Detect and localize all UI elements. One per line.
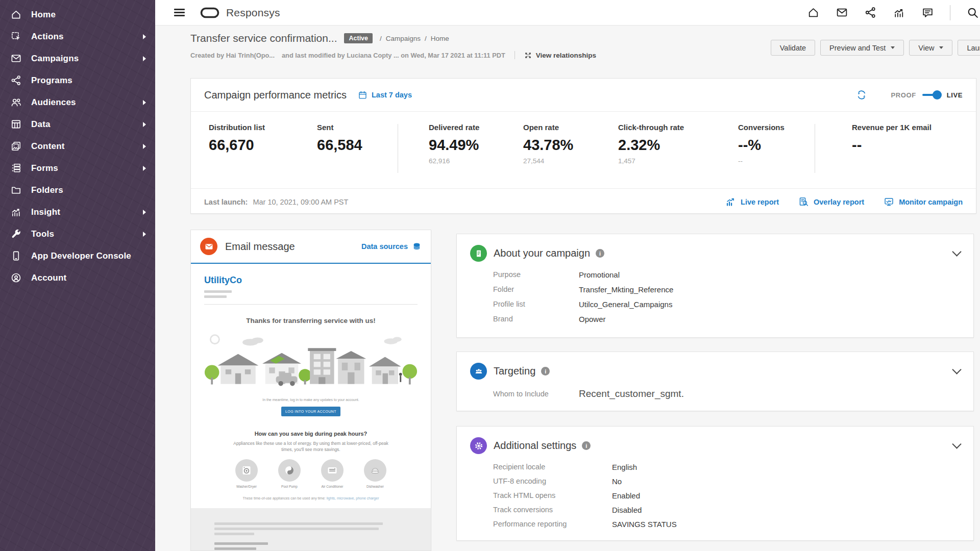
email-badge-icon [200,238,217,255]
report-link[interactable]: Monitor campaign [884,196,963,207]
hamburger-menu-icon[interactable] [174,7,185,18]
report-link-icon [798,196,809,207]
sidebar-item[interactable]: Content [0,135,155,157]
email-section-body: Appliances like these use a lot of energ… [229,441,393,453]
appliance-label: Dishwasher [360,485,390,489]
chevron-down-icon[interactable] [952,247,961,256]
chart-icon[interactable] [893,6,905,19]
field-label: Folder [493,285,579,294]
info-icon[interactable] [596,249,604,258]
sidebar-nav: Home Actions Campaigns Progra [0,0,155,289]
sidebar-item-label: Home [31,10,146,20]
chevron-right-icon [143,34,146,39]
oracle-logo [200,7,219,18]
calendar-icon[interactable] [358,90,368,100]
validate-button[interactable]: Validate [771,40,815,56]
search-icon[interactable] [966,6,979,19]
breadcrumb: / Campaigns / Home [380,35,449,42]
view-button[interactable]: View [909,40,952,56]
sidebar-item-label: Insight [31,207,143,217]
field-value: Utilco_General_Campaigns [579,300,960,309]
email-brand-logo: UtilityCo [204,275,418,286]
proof-live-toggle[interactable] [922,90,941,99]
nodes-icon[interactable] [864,6,877,19]
targeting-fields: Whom to Include Recent_customer_sgmt. [493,388,960,399]
divider [204,304,418,305]
metric: Revenue per 1K email -- [852,123,963,188]
refresh-icon[interactable] [856,89,867,101]
metric: Click-through rate 2.32% 1,457 [618,123,738,188]
chat-icon[interactable] [921,6,934,19]
mail-icon[interactable] [836,6,848,19]
page-head: Transfer service confirmation... Active … [190,32,596,59]
chevron-down-icon [939,46,943,49]
sidebar-item[interactable]: Data [0,113,155,135]
email-body-line: In the meantime, log in to make any upda… [204,398,418,402]
sidebar-item[interactable]: Forms [0,157,155,179]
metric-label: Open rate [523,123,618,132]
sidebar-item-label: Folders [31,185,146,195]
info-icon[interactable] [541,367,550,375]
sidebar-item[interactable]: Insight [0,201,155,223]
sidebar-item[interactable]: Account [0,267,155,289]
email-heading: Thanks for transferring service with us! [204,317,418,324]
divider [514,51,515,59]
chevron-right-icon [143,122,146,127]
report-link[interactable]: Live report [725,196,779,207]
settings-panel-title: Additional settings [494,440,576,452]
sidebar-item-label: Audiences [31,97,143,108]
field-value: Promotional [579,270,960,279]
field-value: Opower [579,315,960,323]
sidebar-item[interactable]: Actions [0,26,155,47]
appliance-label: Air Conditioner [317,485,348,489]
metric-value: 94.49% [429,137,523,154]
sidebar-item[interactable]: Tools [0,223,155,245]
metrics-row: Distribution list 66,670 Sent 66,584 Del… [191,112,976,188]
preview-and-test-button[interactable]: Preview and Test [820,40,904,56]
appliance-label: Pool Pump [274,485,305,489]
topbar-icons [807,5,979,20]
breadcrumb-campaigns[interactable]: Campaigns [386,35,421,42]
targeting-panel-title: Targeting [494,365,535,377]
report-link[interactable]: Overlay report [798,196,864,207]
metric-label: Click-through rate [618,123,738,132]
targeting-panel: Targeting Whom to Include Recent_custome… [456,352,974,411]
sidebar-item[interactable]: Folders [0,179,155,201]
info-icon[interactable] [582,441,591,450]
email-meta-text [204,290,418,298]
home-icon[interactable] [807,6,820,19]
metric: Conversions --% -- [738,123,815,188]
breadcrumb-home[interactable]: Home [431,35,449,42]
targeting-badge-icon [470,363,487,380]
sidebar-item-label: Data [31,119,143,130]
metric: Distribution list 66,670 [209,123,317,188]
appliance-icon [364,459,386,482]
email-cta-button[interactable]: LOG INTO YOUR ACCOUNT [281,407,340,416]
campaign-performance-panel: Campaign performance metrics Last 7 days… [190,78,976,214]
view-relationships-link[interactable]: View relationships [524,52,596,59]
sidebar-item[interactable]: Audiences [0,91,155,113]
chevron-down-icon[interactable] [952,439,961,448]
sidebar-item-icon [10,184,22,196]
sidebar-item[interactable]: Home [0,4,155,26]
topbar: Responsys [155,0,980,26]
metrics-title: Campaign performance metrics [204,89,347,101]
field-value: Enabled [612,491,960,500]
app-window: Home Actions Campaigns Progra [0,0,980,551]
launch-button[interactable]: Launch [958,40,980,56]
date-range-link[interactable]: Last 7 days [372,91,412,99]
metric-label: Revenue per 1K email [852,123,963,132]
field-value: SAVINGS STATUS [612,520,960,529]
metric-subvalue: -- [738,157,815,165]
data-sources-link[interactable]: Data sources [361,242,422,252]
modified-by-text: and last modified by Luciana Copty ... o… [282,52,505,59]
sidebar-item-icon [10,206,22,218]
appliance-icon [235,459,258,482]
metric-value: 66,584 [317,137,398,154]
sidebar-item-icon [10,140,22,152]
sidebar-item[interactable]: Campaigns [0,47,155,69]
sidebar-item[interactable]: App Developer Console [0,245,155,267]
sidebar-item-icon [10,162,22,174]
sidebar-item[interactable]: Programs [0,69,155,91]
chevron-down-icon[interactable] [952,365,961,374]
